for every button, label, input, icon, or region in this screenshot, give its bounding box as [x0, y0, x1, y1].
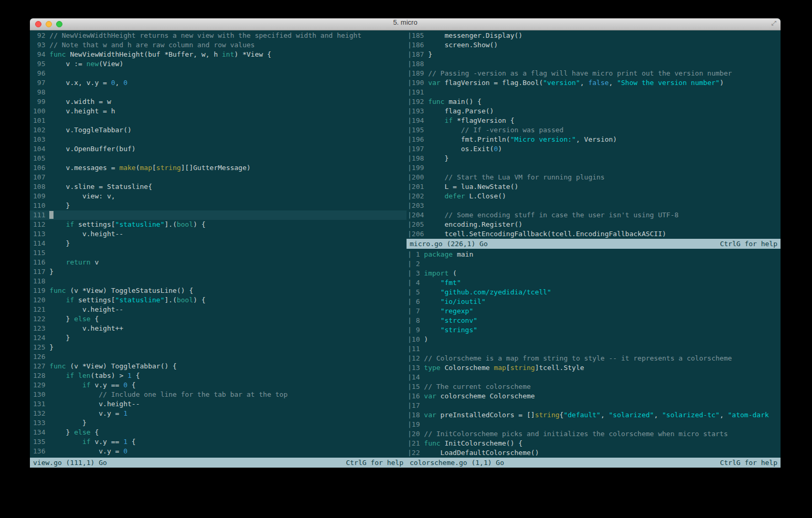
code-line[interactable]: |22 LoadDefaultColorscheme(): [407, 448, 781, 458]
code-line[interactable]: 133 }: [30, 418, 407, 428]
code-line[interactable]: |191: [407, 88, 781, 97]
code-line[interactable]: |20 // InitColorscheme picks and initial…: [407, 429, 781, 439]
code-line[interactable]: |18 var preInstalledColors = []string{"d…: [407, 410, 781, 420]
code-line[interactable]: 96: [30, 69, 407, 78]
code-line[interactable]: 136 v.y = 0: [30, 447, 407, 456]
code-line[interactable]: |200 // Start the Lua VM for running plu…: [407, 173, 781, 182]
code-line[interactable]: |10 ): [407, 335, 781, 344]
code-line[interactable]: 93 // Note that w and h are raw column a…: [30, 40, 407, 50]
code-line[interactable]: |194 if *flagVersion {: [407, 116, 781, 125]
code-line[interactable]: 106 v.messages = make(map[string][]Gutte…: [30, 163, 407, 173]
code-line[interactable]: 113 v.height--: [30, 229, 407, 239]
code-line[interactable]: |192 func main() {: [407, 97, 781, 107]
code-line[interactable]: 99 v.width = w: [30, 97, 407, 107]
code-line[interactable]: |199: [407, 163, 781, 173]
code-line[interactable]: 101: [30, 116, 407, 125]
code-line[interactable]: 107: [30, 173, 407, 182]
code-line[interactable]: 121 v.height--: [30, 305, 407, 314]
code-line[interactable]: | 2: [407, 259, 781, 269]
code-line[interactable]: 104 v.OpenBuffer(buf): [30, 144, 407, 154]
code-line[interactable]: | 7 "regexp": [407, 306, 781, 316]
code-line[interactable]: 95 v := new(View): [30, 59, 407, 69]
code-line[interactable]: 123 v.height++: [30, 324, 407, 333]
code-line[interactable]: 116 return v: [30, 258, 407, 267]
code-line[interactable]: 114 }: [30, 239, 407, 248]
code-line[interactable]: |14: [407, 373, 781, 382]
code-line[interactable]: |202 defer L.Close(): [407, 192, 781, 201]
code-line[interactable]: |13 type Colorscheme map[string]tcell.St…: [407, 363, 781, 373]
code-line[interactable]: |206 tcell.SetEncodingFallback(tcell.Enc…: [407, 229, 781, 239]
code-line[interactable]: 94 func NewViewWidthHeight(buf *Buffer, …: [30, 50, 407, 59]
code-line[interactable]: |205 encoding.Register(): [407, 220, 781, 229]
code-line[interactable]: |198 }: [407, 154, 781, 163]
code-line[interactable]: 110 }: [30, 201, 407, 210]
code-line[interactable]: 129 if v.y == 0 {: [30, 380, 407, 390]
code-line[interactable]: |188: [407, 59, 781, 69]
code-line[interactable]: |19: [407, 420, 781, 429]
code-line[interactable]: 117 }: [30, 267, 407, 277]
code-line[interactable]: 112 if settings["statusline"].(bool) {: [30, 220, 407, 229]
code-line[interactable]: 97 v.x, v.y = 0, 0: [30, 78, 407, 88]
code-line[interactable]: |201 L = lua.NewState(): [407, 182, 781, 192]
code-line[interactable]: 105: [30, 154, 407, 163]
code-line[interactable]: 128 if len(tabs) > 1 {: [30, 371, 407, 380]
code-line[interactable]: 130 // Include one line for the tab bar …: [30, 390, 407, 399]
code-line[interactable]: |193 flag.Parse(): [407, 107, 781, 116]
code-line[interactable]: 135 if v.y == 1 {: [30, 437, 407, 447]
code-line[interactable]: | 8 "strconv": [407, 316, 781, 325]
code-line[interactable]: |16 var colorscheme Colorscheme: [407, 392, 781, 401]
code-line[interactable]: |186 screen.Show(): [407, 40, 781, 50]
pane-divider: |: [408, 392, 412, 400]
code-line[interactable]: |12 // Colorscheme is a map from string …: [407, 354, 781, 363]
code-line[interactable]: 125 }: [30, 343, 407, 352]
code-line[interactable]: 98: [30, 88, 407, 97]
code-line[interactable]: 92 // NewViewWidthHeight returns a new v…: [30, 31, 407, 40]
code-line[interactable]: |17: [407, 401, 781, 410]
code-line[interactable]: 119 func (v *View) ToggleStatusLine() {: [30, 286, 407, 295]
code-line[interactable]: 127 func (v *View) ToggleTabbar() {: [30, 362, 407, 371]
code-line[interactable]: 100 v.height = h: [30, 107, 407, 116]
code-line[interactable]: |196 fmt.Println("Micro version:", Versi…: [407, 135, 781, 144]
code-line[interactable]: |204 // Some encoding stuff in case the …: [407, 210, 781, 220]
code-line[interactable]: 118: [30, 277, 407, 286]
title-bar[interactable]: 5. micro ⤢: [30, 18, 781, 30]
close-button[interactable]: [35, 21, 41, 27]
code-line[interactable]: |11: [407, 344, 781, 354]
resize-icon[interactable]: ⤢: [771, 19, 776, 27]
code-line[interactable]: |189 // Passing -version as a flag will …: [407, 69, 781, 78]
pane-divider: |: [408, 154, 412, 162]
zoom-button[interactable]: [56, 21, 62, 27]
pane-micro-go[interactable]: |185 messenger.Display()|186 screen.Show…: [407, 30, 781, 239]
code-line[interactable]: 102 v.ToggleTabbar(): [30, 125, 407, 135]
minimize-button[interactable]: [46, 21, 52, 27]
code-line[interactable]: | 4 "fmt": [407, 278, 781, 288]
code-line[interactable]: 124 }: [30, 333, 407, 343]
code-line[interactable]: |187 }: [407, 50, 781, 59]
code-line[interactable]: |195 // If -version was passed: [407, 125, 781, 135]
code-line[interactable]: 131 v.height--: [30, 399, 407, 409]
code-line[interactable]: 132 v.y = 1: [30, 409, 407, 418]
code-line[interactable]: | 5 "github.com/zyedidia/tcell": [407, 288, 781, 297]
code-line[interactable]: | 1 package main: [407, 250, 781, 259]
code-line[interactable]: 109 view: v,: [30, 192, 407, 201]
pane-colorscheme-go[interactable]: | 1 package main| 2 | 3 import (| 4 "fmt…: [407, 249, 781, 458]
line-number: 1: [412, 250, 424, 258]
code-line[interactable]: |15 // The current colorscheme: [407, 382, 781, 392]
code-line[interactable]: 115: [30, 248, 407, 258]
code-line[interactable]: |197 os.Exit(0): [407, 144, 781, 154]
code-line[interactable]: |203: [407, 201, 781, 210]
pane-view-go[interactable]: 92 // NewViewWidthHeight returns a new v…: [30, 30, 407, 458]
code-line[interactable]: 122 } else {: [30, 314, 407, 324]
code-line[interactable]: 134 } else {: [30, 428, 407, 437]
code-line[interactable]: 108 v.sline = Statusline{: [30, 182, 407, 192]
code-line[interactable]: |185 messenger.Display(): [407, 31, 781, 40]
code-line[interactable]: | 3 import (: [407, 269, 781, 278]
code-line[interactable]: |190 var flagVersion = flag.Bool("versio…: [407, 78, 781, 88]
code-line[interactable]: 111: [30, 210, 407, 220]
code-line[interactable]: 103: [30, 135, 407, 144]
code-line[interactable]: 126: [30, 352, 407, 362]
code-line[interactable]: |21 func InitColorscheme() {: [407, 439, 781, 448]
code-line[interactable]: | 6 "io/ioutil": [407, 297, 781, 306]
code-line[interactable]: | 9 "strings": [407, 325, 781, 335]
code-line[interactable]: 120 if settings["statusline"].(bool) {: [30, 295, 407, 305]
